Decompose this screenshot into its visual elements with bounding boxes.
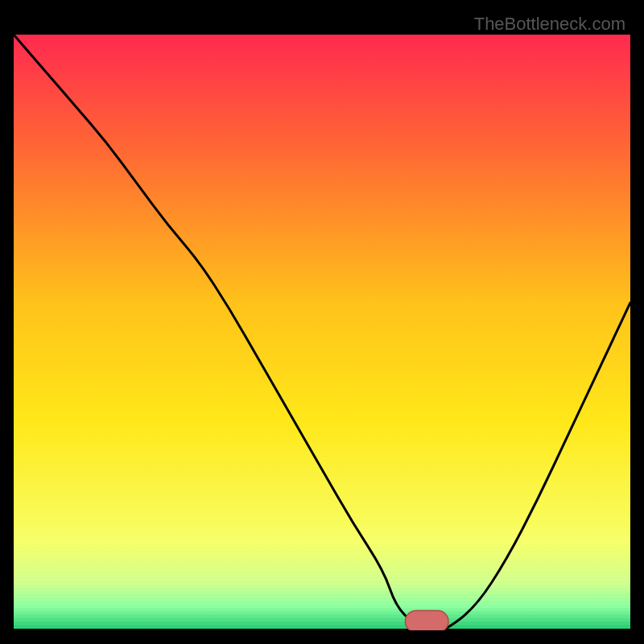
band-line [14,563,630,564]
band-line [14,559,630,560]
band-line [14,576,630,577]
band-line [14,570,630,571]
band-line [14,583,630,584]
band-line [14,617,630,617]
band-line [14,543,630,543]
chart-plot-area [14,35,630,630]
band-line [14,549,630,550]
gradient-background [14,35,630,630]
band-line [14,566,630,567]
chart-frame: TheBottleneck.com [14,14,630,630]
band-line [14,600,630,601]
band-line [14,573,630,574]
band-line [14,539,630,540]
chart-svg [14,35,630,630]
band-line [14,607,630,608]
band-line [14,586,630,587]
band-line [14,546,630,547]
band-line [14,624,630,625]
band-line [14,556,630,557]
optimal-marker-icon [405,611,448,630]
band-line [14,610,630,611]
band-line [14,532,630,533]
band-line [14,627,630,628]
band-line [14,590,630,591]
band-line [14,593,630,594]
band-line [14,620,630,621]
band-line [14,553,630,554]
band-line [14,603,630,604]
band-line [14,580,630,580]
band-line [14,529,630,530]
watermark-text: TheBottleneck.com [474,14,625,35]
band-line [14,597,630,597]
band-line [14,613,630,614]
band-line [14,536,630,537]
